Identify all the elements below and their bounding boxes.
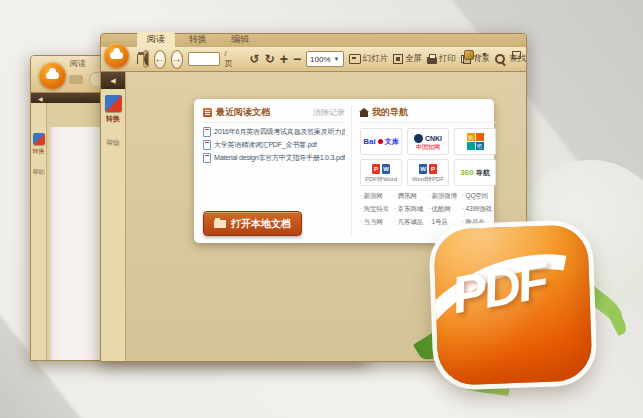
cloud-icon [110, 52, 123, 59]
maximize-icon [512, 51, 521, 59]
recent-documents-section: 最近阅读文档 清除记录 2016年6月英语四级考试真题及答案及听力原文.pdf … [203, 106, 352, 236]
nav-tile-cnki[interactable]: CNKI 中国知网 [407, 128, 449, 155]
cloud-icon [46, 72, 59, 79]
chevron-down-icon: ▼ [334, 56, 340, 62]
slideshow-button[interactable]: 幻灯片 [349, 53, 389, 65]
start-page-card: 最近阅读文档 清除记录 2016年6月英语四级考试真题及答案及听力原文.pdf … [194, 99, 494, 243]
sidebar-help-label[interactable]: 帮助 [33, 168, 45, 177]
nav-link[interactable]: 当当网 [360, 218, 394, 227]
nav-tile-360-nav[interactable]: 360导航 [454, 159, 496, 186]
skin-icon [464, 50, 474, 60]
main-menu-button[interactable]: ▾ [479, 49, 490, 60]
minimize-icon: — [497, 51, 505, 59]
fullscreen-button[interactable]: 全屏 [393, 53, 422, 65]
tab-edit[interactable]: 编辑 [221, 32, 259, 47]
open-file-icon[interactable] [69, 75, 83, 84]
nav-links: 新浪网 腾讯网 新浪微博 QQ空间 淘宝特卖 京东商城 优酷网 4399游戏 当… [360, 192, 496, 227]
rotate-left-button[interactable]: ↺ [250, 53, 260, 65]
skin-button[interactable] [463, 49, 474, 60]
left-sidebar: ◀ 转换 帮助 [101, 72, 126, 361]
nav-link[interactable]: 优酷网 [428, 205, 462, 214]
nav-link[interactable]: 淘宝特卖 [360, 205, 394, 214]
pdf-app-badge: PDF [433, 224, 592, 385]
slideshow-icon [349, 54, 361, 64]
home-icon [360, 112, 368, 117]
nav-link[interactable]: 新浪微博 [428, 192, 462, 201]
folder-icon [214, 220, 226, 228]
pdf-to-word-icon[interactable] [33, 133, 45, 145]
zoom-in-button[interactable]: + [280, 52, 288, 66]
nav-tile-tieba[interactable]: 贴 吧 [454, 128, 496, 155]
nav-tile-baidu-wenku[interactable]: Bai文库 [360, 128, 402, 155]
tab-read[interactable]: 阅读 [64, 57, 92, 70]
prev-page-button[interactable]: ← [154, 50, 166, 69]
my-navigation-section: 我的导航 Bai文库 CNKI 中国知网 [352, 106, 496, 236]
maximize-button[interactable] [511, 49, 522, 60]
back-sidebar: 转换 帮助 [31, 103, 47, 360]
recent-docs-title: 最近阅读文档 [216, 106, 270, 119]
my-navigation-title: 我的导航 [372, 106, 408, 119]
next-page-button[interactable]: → [171, 50, 183, 69]
app-logo-icon [104, 43, 129, 68]
open-file-button[interactable] [137, 54, 138, 64]
open-local-document-button[interactable]: 打开本地文档 [203, 211, 302, 236]
zoom-out-button[interactable]: − [293, 52, 301, 66]
nav-link[interactable]: 1号店 [428, 218, 462, 227]
zoom-level-value: 100% [310, 55, 330, 64]
page-number-input[interactable] [188, 52, 220, 66]
print-button[interactable]: 打印 [427, 53, 456, 65]
recent-docs-icon [203, 108, 212, 117]
collapse-icon: ◀ [38, 95, 43, 102]
recent-doc-item[interactable]: 2016年6月英语四级考试真题及答案及听力原文.pdf [203, 125, 345, 138]
sidebar-help-label[interactable]: 帮助 [106, 138, 120, 148]
nav-link[interactable]: 腾讯网 [394, 192, 428, 201]
pdf-to-word-icon[interactable] [105, 95, 122, 112]
collapse-sidebar-button[interactable]: ◀ [101, 72, 125, 89]
cnki-logo-icon [414, 134, 423, 143]
sidebar-tool-label: 转换 [33, 147, 45, 156]
page-count-label: /页 [225, 49, 233, 69]
pdf-doc-icon [203, 140, 211, 150]
front-window-titlebar[interactable]: 阅读 转换 编辑 [101, 34, 526, 47]
nav-link[interactable]: 新浪网 [360, 192, 394, 201]
divider [360, 122, 496, 123]
recent-doc-item[interactable]: Material design非官方中文指导手册1.0.3.pdf [203, 151, 345, 164]
nav-link[interactable]: 唯品会 [462, 218, 496, 227]
nav-tiles: Bai文库 CNKI 中国知网 贴 [360, 128, 496, 186]
app-logo-icon [39, 62, 66, 89]
rotate-right-button[interactable]: ↻ [265, 53, 275, 65]
pdf-doc-icon [203, 153, 211, 163]
leaf-decoration [605, 304, 630, 336]
paw-icon [378, 139, 383, 144]
recent-doc-item[interactable]: 大学英语精读词汇PDF_金书签.pdf [203, 138, 345, 151]
prev-icon: ← [155, 54, 165, 64]
menu-icon: ▾ [482, 51, 486, 59]
nav-tile-word-to-pdf[interactable]: WP Word转PDF [407, 159, 449, 186]
divider [203, 122, 345, 123]
nav-link[interactable]: QQ空间 [462, 192, 496, 201]
window-controls: ▾ — [463, 49, 522, 60]
tab-read[interactable]: 阅读 [137, 32, 175, 47]
fullscreen-icon [393, 54, 403, 64]
sidebar-tool-label: 转换 [106, 114, 120, 124]
nav-link[interactable]: 4399游戏 [462, 205, 496, 214]
next-icon: → [172, 54, 182, 64]
tab-convert[interactable]: 转换 [179, 32, 217, 47]
nav-link[interactable]: 凡客诚品 [394, 218, 428, 227]
collapse-icon: ◀ [110, 77, 115, 85]
single-page-button[interactable]: 单页 [144, 51, 149, 67]
minimize-button[interactable]: — [495, 49, 506, 60]
nav-tile-pdf-to-word[interactable]: PW PDF转Word [360, 159, 402, 186]
tieba-logo-icon: 贴 吧 [467, 133, 484, 150]
print-icon [427, 57, 437, 64]
nav-link[interactable]: 京东商城 [394, 205, 428, 214]
clear-history-link[interactable]: 清除记录 [313, 107, 345, 118]
zoom-level-select[interactable]: 100%▼ [306, 51, 343, 67]
desktop-background: 阅读 转换 ◀ 转换 帮助 阅读 转换 编辑 [0, 0, 643, 418]
pdf-doc-icon [203, 127, 211, 137]
